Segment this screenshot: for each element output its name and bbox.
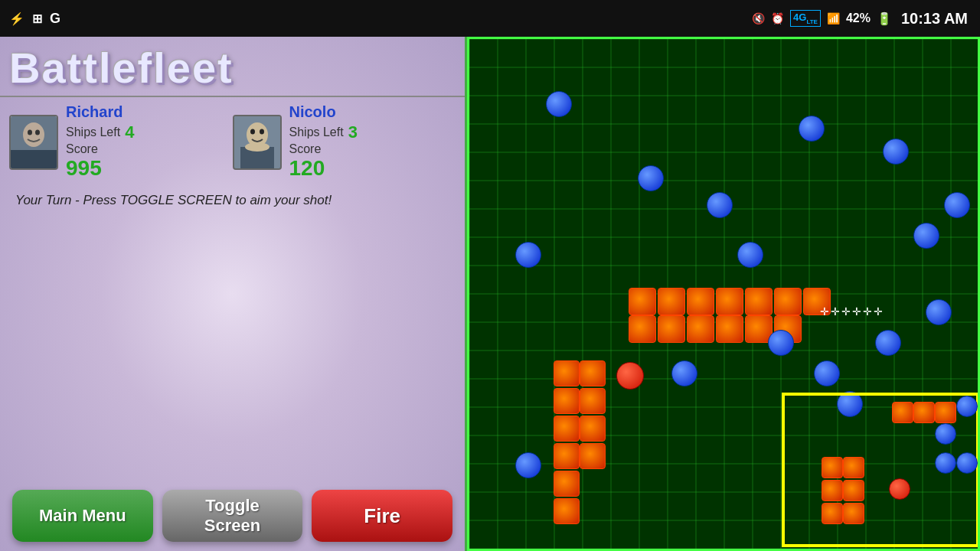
ship-h-10: [687, 315, 714, 343]
player-info-richard: Richard Ships Left 4 Score 995: [66, 103, 134, 181]
lte-icon: 4GLTE: [790, 10, 821, 27]
svg-point-3: [35, 129, 40, 135]
blue-dot-8: [913, 223, 939, 249]
ships-left-label-richard: Ships Left: [66, 126, 120, 139]
blue-dot-11: [671, 360, 697, 386]
ships-left-label-nicolo: Ships Left: [289, 126, 344, 139]
blue-dot-9: [944, 192, 970, 218]
score-label-richard: Score: [66, 142, 98, 156]
ship-v-10: [580, 443, 606, 469]
score-label-nicolo: Score: [289, 142, 322, 156]
explosion-marker: ✛✛✛✛✛✛: [820, 305, 884, 318]
blue-dot-5: [883, 139, 909, 165]
ship-v-7: [580, 360, 606, 386]
blue-dot-6: [515, 242, 541, 268]
ships-left-row-nicolo: Ships Left 3: [289, 122, 358, 142]
turn-message: Your Turn - Press TOGGLE SCREEN to aim y…: [0, 187, 465, 214]
player-stats-richard: Ships Left 4 Score 995: [66, 122, 134, 181]
ship-v-4: [554, 443, 580, 469]
player-name-richard: Richard: [66, 103, 134, 121]
ship-h-9: [658, 315, 685, 343]
blue-dot-10: [768, 330, 794, 356]
player-stats-nicolo: Ships Left 3 Score 120: [289, 122, 358, 181]
ship-h-8: [629, 315, 656, 343]
score-value-row-richard: 995: [66, 156, 134, 181]
fire-button[interactable]: Fire: [312, 490, 452, 542]
score-row-nicolo: Score: [289, 142, 358, 156]
blue-dot-4: [707, 192, 733, 218]
battery-percent: 42%: [846, 11, 871, 25]
ships-left-row-richard: Ships Left 4: [66, 122, 134, 142]
alarm-icon: ⏰: [771, 12, 784, 24]
blue-dot-1: [546, 91, 572, 117]
score-value-nicolo: 120: [289, 156, 325, 181]
ship-v-8: [580, 388, 606, 414]
ship-h-2: [658, 288, 685, 315]
game-board[interactable]: ✛✛✛✛✛✛: [467, 37, 980, 551]
blue-dot-7: [737, 242, 763, 268]
silent-icon: 🔇: [752, 12, 765, 24]
ship-v-3: [554, 416, 580, 442]
ships-left-value-nicolo: 3: [348, 122, 358, 142]
player-richard: Richard Ships Left 4 Score 995: [9, 103, 233, 181]
ships-left-value-richard: 4: [125, 122, 134, 142]
blue-dot-2: [799, 116, 825, 142]
ship-v-9: [580, 416, 606, 442]
left-spacer: [0, 214, 465, 481]
avatar-nicolo: [233, 115, 282, 170]
status-right-icons: 🔇 ⏰ 4GLTE 📶 42% 🔋 10:13 AM: [752, 10, 968, 28]
signal-icon: 📶: [827, 12, 840, 24]
svg-rect-4: [11, 150, 57, 168]
bottom-buttons: Main Menu Toggle Screen Fire: [0, 481, 465, 551]
battery-icon: 🔋: [877, 11, 892, 26]
score-value-row-nicolo: 120: [289, 156, 358, 181]
time-display: 10:13 AM: [901, 10, 968, 28]
ship-v-6: [554, 498, 580, 524]
main-menu-button[interactable]: Main Menu: [12, 490, 153, 542]
ship-v-2: [554, 388, 580, 414]
ship-h-1: [629, 288, 656, 315]
ship-h-11: [716, 315, 743, 343]
svg-point-10: [245, 142, 270, 152]
svg-point-1: [23, 122, 44, 147]
ship-v-5: [554, 471, 580, 497]
player-info-nicolo: Nicolo Ships Left 3 Score 120: [289, 103, 358, 181]
ship-h-5: [745, 288, 773, 315]
ship-v-1: [554, 360, 580, 386]
svg-point-8: [260, 129, 264, 134]
blue-dot-13: [875, 330, 901, 356]
svg-point-7: [250, 129, 255, 134]
ship-h-3: [687, 288, 714, 315]
main-layout: Battlefleet: [0, 37, 980, 551]
status-bar: ⚡ ⊞ G 🔇 ⏰ 4GLTE 📶 42% 🔋 10:13 AM: [0, 0, 980, 37]
title-area: Battlefleet: [0, 37, 465, 97]
left-panel: Battlefleet: [0, 37, 467, 551]
players-row: Richard Ships Left 4 Score 995: [0, 97, 465, 187]
avatar-richard: [9, 115, 58, 170]
status-left-icons: ⚡ ⊞ G: [9, 11, 60, 27]
player-nicolo: Nicolo Ships Left 3 Score 120: [233, 103, 456, 181]
blue-dot-15: [515, 452, 541, 478]
blue-dot-16: [837, 391, 863, 417]
toggle-screen-button[interactable]: Toggle Screen: [162, 490, 303, 542]
svg-point-2: [28, 129, 32, 135]
game-title: Battlefleet: [9, 43, 456, 93]
blue-dot-14: [926, 299, 952, 325]
blue-dot-12: [814, 360, 840, 386]
score-row-richard: Score: [66, 142, 134, 156]
player-name-nicolo: Nicolo: [289, 103, 358, 121]
avatar-richard-image: [11, 116, 57, 168]
usb-icon: ⚡: [9, 11, 24, 26]
score-value-richard: 995: [66, 156, 102, 181]
google-icon: G: [50, 11, 60, 27]
ship-h-6: [774, 288, 802, 315]
keyboard-icon: ⊞: [32, 11, 42, 26]
ship-h-4: [716, 288, 743, 315]
red-dot-main: [616, 362, 644, 390]
blue-dot-3: [638, 165, 664, 191]
